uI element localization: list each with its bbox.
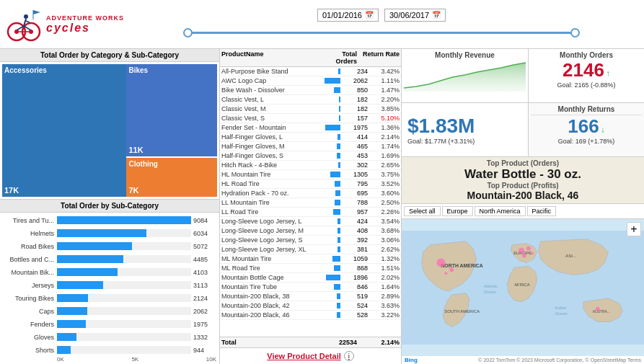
bar-track xyxy=(57,333,191,341)
table-row[interactable]: Long-Sleeve Logo Jersey, S3923.06% xyxy=(220,236,401,245)
svg-point-26 xyxy=(436,258,445,267)
row-product-name: LL Road Tire xyxy=(221,208,333,216)
row-product-name: LL Mountain Tire xyxy=(221,199,335,206)
table-row[interactable]: HL Road Tire7953.52% xyxy=(220,179,401,189)
table-row[interactable]: All-Purpose Bike Stand2343.42% xyxy=(220,67,401,76)
bar-track xyxy=(57,255,191,263)
row-product-name: HL Mountain Tire xyxy=(221,171,330,178)
row-rate: 3.75% xyxy=(369,171,400,178)
table-row[interactable]: LL Road Tire9572.26% xyxy=(220,208,401,217)
table-row[interactable]: Mountain Bottle Cage18962.02% xyxy=(220,273,401,283)
monthly-orders-panel: Monthly Orders 2146 ↑ Goal: 2165 (-0.88%… xyxy=(529,49,644,102)
table-row[interactable]: Mountain-200 Black, 385192.89% xyxy=(220,292,401,301)
date-to[interactable]: 30/06/2017 📅 xyxy=(384,9,446,22)
row-bar xyxy=(337,312,340,318)
svg-line-9 xyxy=(26,21,30,22)
monthly-orders-title: Monthly Orders xyxy=(531,51,642,59)
table-row[interactable]: ML Road Tire8681.51% xyxy=(220,264,401,273)
table-row[interactable]: Mountain-200 Black, 425243.63% xyxy=(220,301,401,311)
calendar-icon-from: 📅 xyxy=(365,11,374,19)
bar-value: 9084 xyxy=(191,217,216,224)
table-row[interactable]: Long-Sleeve Logo Jersey, M4083.68% xyxy=(220,226,401,236)
map-zoom-button[interactable]: + xyxy=(627,222,641,236)
map-svg-container: NORTH AMERICA SOUTH AMERICA EUROPE AFRIC… xyxy=(402,219,644,356)
bar-row: Jerseys3113 xyxy=(3,279,216,291)
bar-fill xyxy=(57,255,123,263)
table-row[interactable]: Half-Finger Gloves, L4142.14% xyxy=(220,133,401,142)
row-rate: 1.36% xyxy=(369,124,400,131)
bar-value: 5072 xyxy=(191,243,216,250)
bar-row: Helmets6034 xyxy=(3,227,216,239)
treemap-accessories[interactable]: Accessories 17K xyxy=(2,64,126,197)
table-row[interactable]: Hydration Pack - 70 oz.6953.60% xyxy=(220,189,401,198)
row-bar xyxy=(338,228,340,234)
table-row[interactable]: Mountain Tire Tube8461.64% xyxy=(220,283,401,292)
top-profits-product: Mountain-200 Black, 46 xyxy=(467,190,579,201)
bar-fill xyxy=(57,229,146,237)
table-row[interactable]: Bike Wash - Dissolver8501.47% xyxy=(220,86,401,95)
table-row[interactable]: Mountain-200 Black, 465283.22% xyxy=(220,311,401,320)
bar-value: 3113 xyxy=(191,282,216,289)
row-bar xyxy=(338,162,340,168)
bar-row: Bottles and C...4485 xyxy=(3,253,216,265)
table-row[interactable]: Classic Vest, S1575.10% xyxy=(220,114,401,123)
map-btn-pacific[interactable]: Pacific xyxy=(527,206,557,216)
table-row[interactable]: Fender Set - Mountain19751.36% xyxy=(220,123,401,133)
date-range-area: 01/01/2016 📅 30/06/2017 📅 xyxy=(125,9,638,40)
svg-point-28 xyxy=(444,272,447,275)
col-return-rate: Return Rate xyxy=(360,50,400,65)
svg-text:AFRICA: AFRICA xyxy=(514,283,530,287)
row-product-name: Long-Sleeve Logo Jersey, XL xyxy=(221,246,338,253)
revenue-goal: Goal: $1.77M (+3.31%) xyxy=(407,138,522,145)
row-rate: 2.26% xyxy=(369,208,400,216)
treemap-clothing[interactable]: Clothing 7K xyxy=(126,158,217,197)
svg-point-5 xyxy=(24,14,28,19)
map-btn-select-all[interactable]: Select all xyxy=(404,206,441,216)
footer-label: Total xyxy=(221,339,320,346)
product-table-scroll[interactable]: All-Purpose Bike Stand2343.42%AWC Logo C… xyxy=(220,67,401,337)
table-row[interactable]: AWC Logo Cap20621.11% xyxy=(220,76,401,86)
table-row[interactable]: ML Mountain Tire10591.32% xyxy=(220,254,401,264)
row-bar xyxy=(339,97,340,102)
row-orders: 381 xyxy=(342,246,369,253)
svg-text:Ocean: Ocean xyxy=(484,290,497,294)
table-row[interactable]: Half-Finger Gloves, M4651.74% xyxy=(220,142,401,151)
bar-track xyxy=(57,242,191,250)
map-btn-north-america[interactable]: North America xyxy=(475,206,526,216)
row-product-name: Fender Set - Mountain xyxy=(221,124,325,131)
row-product-name: HL Road Tire xyxy=(221,180,335,187)
row-rate: 3.22% xyxy=(369,311,400,319)
logo-line1: ADVENTURE WORKS xyxy=(46,14,124,22)
table-row[interactable]: LL Mountain Tire7882.50% xyxy=(220,198,401,208)
row-bar xyxy=(334,284,340,290)
svg-point-29 xyxy=(596,307,600,311)
row-orders: 524 xyxy=(342,302,369,309)
row-product-name: Long-Sleeve Logo Jersey, L xyxy=(221,218,338,225)
row-orders: 519 xyxy=(342,293,369,300)
table-row[interactable]: Long-Sleeve Logo Jersey, L4243.54% xyxy=(220,217,401,226)
row-orders: 1975 xyxy=(342,124,369,131)
svg-text:NORTH AMERICA: NORTH AMERICA xyxy=(441,263,482,268)
middle-panel: ProductName Total Orders Return Rate All… xyxy=(220,49,402,364)
row-rate: 3.85% xyxy=(369,105,400,112)
row-bar xyxy=(335,200,340,205)
row-bar xyxy=(334,265,340,271)
table-row[interactable]: Classic Vest, L1822.20% xyxy=(220,95,401,105)
table-row[interactable]: Half-Finger Gloves, S4531.69% xyxy=(220,151,401,161)
table-row[interactable]: Long-Sleeve Logo Jersey, XL3812.62% xyxy=(220,245,401,254)
view-detail-link[interactable]: View Product Detail i xyxy=(220,347,401,364)
table-row[interactable]: Classic Vest, M1823.85% xyxy=(220,105,401,114)
date-from[interactable]: 01/01/2016 📅 xyxy=(317,9,379,22)
table-row[interactable]: HL Mountain Tire13053.75% xyxy=(220,170,401,179)
map-panel: Select all Europe North America Pacific … xyxy=(402,204,644,364)
row-orders: 424 xyxy=(342,218,369,225)
footer-orders: 22534 xyxy=(320,339,360,346)
row-orders: 788 xyxy=(342,199,369,206)
row-product-name: All-Purpose Bike Stand xyxy=(221,68,338,75)
table-row[interactable]: Hitch Rack - 4-Bike3022.65% xyxy=(220,161,401,170)
map-btn-europe[interactable]: Europe xyxy=(442,206,473,216)
date-slider[interactable] xyxy=(188,26,575,40)
treemap-bikes[interactable]: Bikes 11K xyxy=(126,64,217,158)
monthly-revenue-panel: Monthly Revenue xyxy=(402,49,529,102)
row-product-name: Hydration Pack - 70 oz. xyxy=(221,190,335,197)
